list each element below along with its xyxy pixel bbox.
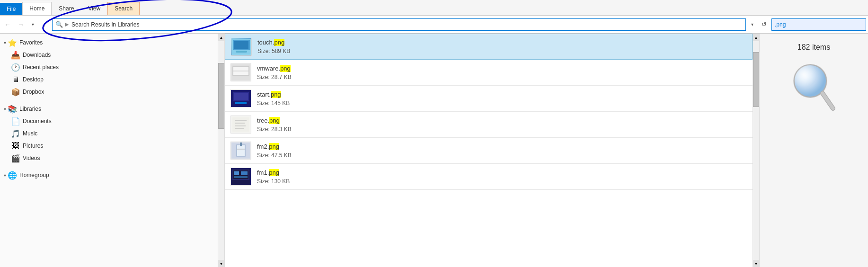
videos-label: Videos [23,155,40,161]
sidebar-item-videos[interactable]: 🎬 Videos [0,152,224,164]
addressbar: ← → ▾ ↑ 🔍 ▶ Search Results in Libraries … [0,16,868,34]
file-name-start: start.png [257,91,747,98]
svg-rect-22 [240,142,242,146]
file-size-fm1: Size: 130 KB [257,178,747,185]
right-panel: 182 items [759,34,868,267]
refresh-button[interactable]: ↺ [758,19,770,30]
favorites-icon: ⭐ [8,38,17,47]
file-size-fm2: Size: 47.5 KB [257,152,747,159]
file-name-fm1: fm1.png [257,169,747,176]
content-area: touch.png Size: 589 KB vmw [225,34,759,267]
file-thumb-touch [231,38,252,56]
sidebar-item-music[interactable]: 🎵 Music [0,127,224,140]
forward-button[interactable]: → [15,19,27,30]
sidebar-item-dropbox[interactable]: 📦 Dropbox [0,86,224,98]
downloads-icon: 📥 [11,51,20,59]
content-scroll-up[interactable]: ▲ [753,34,759,41]
documents-label: Documents [23,118,52,125]
content-scroll-thumb[interactable] [753,52,759,107]
sidebar-item-favorites[interactable]: ▾ ⭐ Favorites [0,36,224,49]
tab-search[interactable]: Search [107,2,140,15]
address-separator: ▶ [65,21,69,27]
file-info-fm1: fm1.png Size: 130 KB [257,169,747,185]
address-box[interactable]: 🔍 ▶ Search Results in Libraries [52,18,746,31]
sidebar-item-libraries[interactable]: ▾ 📚 Libraries [0,102,224,115]
svg-rect-10 [234,93,248,100]
search-input[interactable] [775,21,863,28]
libraries-icon: 📚 [8,105,17,113]
svg-rect-27 [241,171,248,175]
back-button[interactable]: ← [2,19,13,30]
sidebar-item-downloads[interactable]: 📥 Downloads [0,49,224,61]
svg-rect-11 [235,102,247,104]
desktop-icon: 🖥 [11,75,20,84]
recent-places-icon: 🕐 [11,63,20,71]
tab-file[interactable]: File [0,3,22,15]
file-size-vmware: Size: 28.7 KB [257,74,747,80]
file-item-vmware[interactable]: vmware.png Size: 28.7 KB [225,60,753,86]
tab-view[interactable]: View [81,2,107,15]
sidebar-item-recent-places[interactable]: 🕐 Recent places [0,61,224,73]
file-item-touch[interactable]: touch.png Size: 589 KB [225,34,753,60]
svg-rect-26 [234,171,239,175]
file-size-tree: Size: 28.3 KB [257,126,747,133]
file-thumb-tree [230,116,251,134]
dropbox-icon: 📦 [11,88,20,96]
sidebar-scroll-thumb[interactable] [218,63,224,129]
sidebar-scroll-down[interactable]: ▼ [218,260,224,267]
libraries-expand-arrow: ▾ [4,107,6,112]
file-thumb-fm1 [230,168,251,186]
tab-home[interactable]: Home [22,2,52,15]
homegroup-label: Homegroup [19,172,49,178]
file-item-start[interactable]: start.png Size: 145 KB [225,86,753,112]
file-item-tree[interactable]: tree.png Size: 28.3 KB [225,112,753,138]
desktop-label: Desktop [23,76,44,83]
sidebar-item-documents[interactable]: 📄 Documents [0,115,224,127]
pictures-label: Pictures [23,142,43,149]
sidebar-item-homegroup[interactable]: ▾ 🌐 Homegroup [0,168,224,181]
sidebar-scrollbar[interactable]: ▲ ▼ [218,34,224,267]
file-thumb-start [230,89,251,107]
content-scroll-down[interactable]: ▼ [753,260,759,267]
content-scroll-track [753,41,759,260]
dropbox-label: Dropbox [23,89,44,95]
svg-rect-28 [234,176,248,178]
file-item-fm1[interactable]: fm1.png Size: 130 KB [225,164,753,190]
downloads-label: Downloads [23,52,51,58]
content-scrollbar[interactable]: ▲ ▼ [753,34,759,267]
libraries-label: Libraries [19,106,41,112]
address-dropdown-button[interactable]: ▾ [748,19,756,30]
file-name-fm2: fm2.png [257,143,747,150]
file-info-tree: tree.png Size: 28.3 KB [257,117,747,133]
file-name-vmware: vmware.png [257,65,747,72]
up-button[interactable]: ↑ [39,19,50,30]
content-scroll-wrap: touch.png Size: 589 KB vmw [225,34,759,267]
file-name-tree: tree.png [257,117,747,124]
svg-rect-13 [232,117,249,132]
sidebar-scroll-track [218,41,224,260]
sidebar-scroll-up[interactable]: ▲ [218,34,224,41]
homegroup-icon: 🌐 [8,171,17,179]
favorites-label: Favorites [19,39,43,46]
file-info-vmware: vmware.png Size: 28.7 KB [257,65,747,80]
ribbon: File Home Share View Search [0,0,868,16]
main-layout: ▾ ⭐ Favorites 📥 Downloads 🕐 Recent place… [0,34,868,267]
file-size-touch: Size: 589 KB [257,48,746,54]
item-count: 182 items [797,43,830,52]
documents-icon: 📄 [11,117,20,125]
search-box[interactable] [771,18,866,31]
sidebar-item-desktop[interactable]: 🖥 Desktop [0,73,224,86]
file-item-fm2[interactable]: fm2.png Size: 47.5 KB [225,138,753,164]
music-label: Music [23,130,37,137]
svg-rect-20 [237,145,245,156]
nav-dropdown-button[interactable]: ▾ [28,19,37,30]
file-thumb-fm2 [230,142,251,160]
sidebar-item-pictures[interactable]: 🖼 Pictures [0,140,224,152]
svg-rect-2 [234,41,248,49]
videos-icon: 🎬 [11,154,20,162]
file-info-fm2: fm2.png Size: 47.5 KB [257,143,747,159]
pictures-icon: 🖼 [11,142,20,150]
file-size-start: Size: 145 KB [257,100,747,107]
file-info-start: start.png Size: 145 KB [257,91,747,107]
tab-share[interactable]: Share [52,2,81,15]
